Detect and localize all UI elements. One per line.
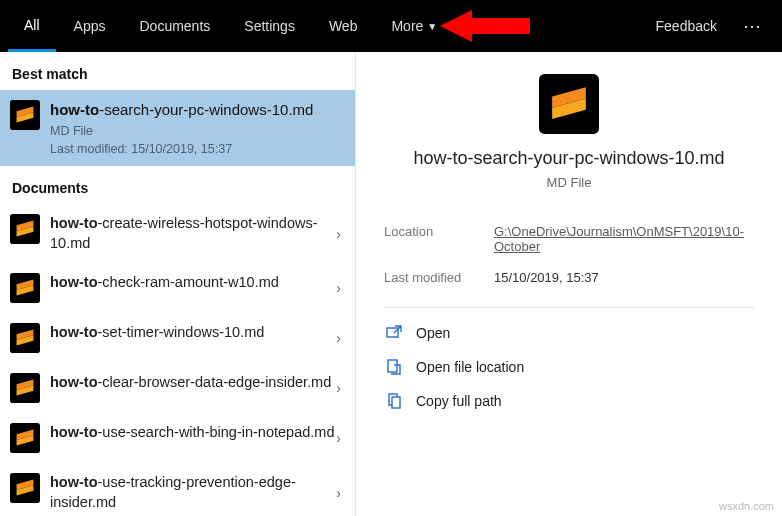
copy-icon [386, 393, 402, 409]
sublime-file-icon [10, 100, 40, 130]
filter-tabs: All Apps Documents Settings Web More ▼ [8, 0, 453, 52]
result-document[interactable]: how-to-create-wireless-hotspot-windows-1… [0, 204, 355, 263]
sublime-file-icon [10, 323, 40, 353]
more-menu-icon[interactable]: ⋯ [731, 15, 774, 37]
action-label: Copy full path [416, 393, 502, 409]
results-panel: Best match how-to-search-your-pc-windows… [0, 52, 356, 516]
feedback-link[interactable]: Feedback [642, 18, 731, 34]
chevron-right-icon: › [336, 485, 341, 501]
sublime-file-icon [10, 423, 40, 453]
chevron-right-icon: › [336, 330, 341, 346]
action-copy-path[interactable]: Copy full path [384, 384, 754, 418]
result-type: MD File [50, 124, 343, 138]
result-title: how-to-use-search-with-bing-in-notepad.m… [50, 423, 343, 443]
sublime-file-icon [10, 473, 40, 503]
folder-icon [386, 359, 402, 375]
result-document[interactable]: how-to-clear-browser-data-edge-insider.m… [0, 363, 355, 413]
preview-type: MD File [384, 175, 754, 190]
location-link[interactable]: G:\OneDrive\Journalism\OnMSFT\2019\10-Oc… [494, 224, 754, 254]
svg-rect-2 [387, 328, 398, 337]
action-open[interactable]: Open [384, 316, 754, 350]
tab-more-label: More [391, 18, 423, 34]
svg-rect-3 [388, 360, 397, 372]
result-title: how-to-clear-browser-data-edge-insider.m… [50, 373, 343, 393]
action-label: Open [416, 325, 450, 341]
result-best-match[interactable]: how-to-search-your-pc-windows-10.md MD F… [0, 90, 355, 166]
section-documents: Documents [0, 166, 355, 204]
section-best-match: Best match [0, 52, 355, 90]
svg-rect-5 [392, 397, 400, 408]
result-modified: Last modified: 15/10/2019, 15:37 [50, 142, 343, 156]
result-title: how-to-create-wireless-hotspot-windows-1… [50, 214, 343, 253]
divider [384, 307, 754, 308]
result-title: how-to-search-your-pc-windows-10.md [50, 100, 343, 120]
meta-label: Last modified [384, 270, 494, 285]
meta-value: 15/10/2019, 15:37 [494, 270, 754, 285]
action-open-location[interactable]: Open file location [384, 350, 754, 384]
result-document[interactable]: how-to-check-ram-amount-w10.md › [0, 263, 355, 313]
result-document[interactable]: how-to-use-search-with-bing-in-notepad.m… [0, 413, 355, 463]
meta-modified: Last modified 15/10/2019, 15:37 [384, 262, 754, 293]
tab-documents[interactable]: Documents [123, 0, 226, 52]
preview-file-icon [539, 74, 599, 134]
tab-all[interactable]: All [8, 0, 56, 52]
result-title: how-to-check-ram-amount-w10.md [50, 273, 343, 293]
preview-panel: how-to-search-your-pc-windows-10.md MD F… [356, 52, 782, 516]
meta-location: Location G:\OneDrive\Journalism\OnMSFT\2… [384, 216, 754, 262]
sublime-file-icon [10, 273, 40, 303]
sublime-file-icon [10, 373, 40, 403]
result-title: how-to-set-timer-windows-10.md [50, 323, 343, 343]
tab-settings[interactable]: Settings [228, 0, 311, 52]
tab-web[interactable]: Web [313, 0, 374, 52]
meta-label: Location [384, 224, 494, 254]
chevron-down-icon: ▼ [427, 21, 437, 32]
open-icon [386, 325, 402, 341]
result-title: how-to-use-tracking-prevention-edge-insi… [50, 473, 343, 512]
watermark: wsxdn.com [719, 500, 774, 512]
chevron-right-icon: › [336, 380, 341, 396]
svg-marker-1 [440, 10, 530, 42]
result-document[interactable]: how-to-set-timer-windows-10.md › [0, 313, 355, 363]
result-document[interactable]: how-to-use-tracking-prevention-edge-insi… [0, 463, 355, 516]
tab-apps[interactable]: Apps [58, 0, 122, 52]
chevron-right-icon: › [336, 280, 341, 296]
sublime-file-icon [10, 214, 40, 244]
top-bar: All Apps Documents Settings Web More ▼ F… [0, 0, 782, 52]
annotation-red-arrow [440, 10, 530, 42]
chevron-right-icon: › [336, 226, 341, 242]
preview-title: how-to-search-your-pc-windows-10.md [384, 148, 754, 169]
chevron-right-icon: › [336, 430, 341, 446]
action-label: Open file location [416, 359, 524, 375]
